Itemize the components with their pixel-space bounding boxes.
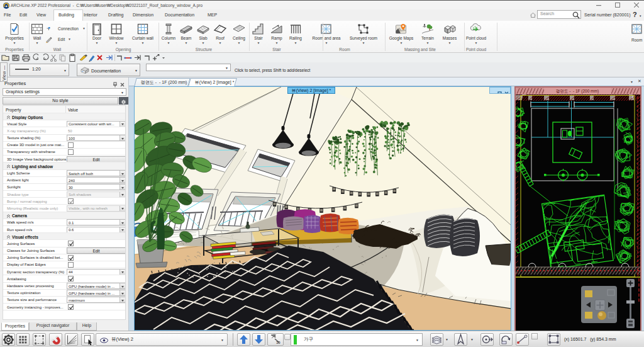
svg-text:30: 30 xyxy=(276,341,280,344)
svg-text:평면도 - - 1F (200 mm): 평면도 - - 1F (200 mm) xyxy=(556,89,599,94)
